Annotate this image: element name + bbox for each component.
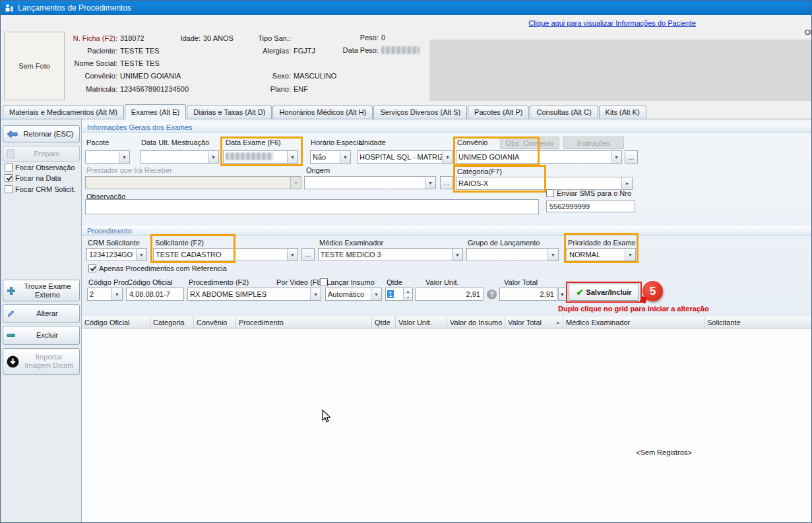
- enviar-sms-checkbox[interactable]: Enviar SMS para o Nro: [546, 189, 631, 197]
- peso-label: Peso:: [327, 34, 379, 42]
- tab-materiais[interactable]: Materiais e Medicamentos (Alt M): [3, 106, 124, 119]
- grid-header-cell[interactable]: Código Oficial: [82, 317, 150, 328]
- grid-header-cell[interactable]: Valor Unit.: [396, 317, 447, 328]
- sms-number-input[interactable]: 5562999999: [546, 200, 635, 212]
- help-icon[interactable]: ?: [487, 290, 497, 299]
- data-exame-select[interactable]: ▼: [223, 150, 298, 164]
- apenas-referencia-checkbox[interactable]: Apenas Procedimentos com Referencia: [88, 264, 227, 272]
- idade-value: 30 ANOS: [203, 34, 234, 42]
- solicitante-browse-button[interactable]: ...: [301, 248, 315, 261]
- procedures-grid[interactable]: Código Oficial Categoria Convênio Proced…: [82, 317, 812, 523]
- grupo-lancamento-label: Grupo de Lançamento: [468, 239, 540, 247]
- obs-convenio-button: Obs. Convenio: [500, 137, 559, 149]
- convenio-browse-button[interactable]: ...: [625, 150, 638, 164]
- procedimento-label: Procedimento (F2): [189, 278, 249, 286]
- chevron-down-icon: ▼: [208, 151, 218, 163]
- grid-header: Código Oficial Categoria Convênio Proced…: [82, 317, 812, 328]
- grid-header-cell[interactable]: Valor do Insumo: [447, 317, 505, 328]
- trouxe-exame-externo-button[interactable]: Trouxe Exame Externo: [3, 280, 80, 301]
- matricula-value: 12345678901234500: [120, 85, 189, 93]
- pacote-select[interactable]: ▼: [85, 150, 130, 164]
- convenio-field-label: Convênio: [457, 138, 487, 146]
- grid-empty-message: <Sem Registros>: [636, 448, 692, 456]
- arrow-left-icon: [7, 130, 18, 138]
- patient-notes-area: [429, 40, 812, 101]
- data-exame-label: Data Exame (F6): [226, 138, 281, 146]
- grid-header-cell[interactable]: Procedimento: [236, 317, 372, 328]
- salvar-incluir-label: Salvar/Incluir: [586, 288, 631, 296]
- data-ult-select[interactable]: ▼: [140, 150, 219, 164]
- peso-value: 0: [381, 34, 385, 42]
- chevron-down-icon: ▼: [621, 177, 632, 189]
- medico-examinador-select[interactable]: TESTE MEDICO 3▼: [318, 248, 463, 261]
- codigo-oficial-label: Código Oficial: [127, 278, 172, 286]
- sexo-value: MASCULINO: [294, 72, 336, 80]
- convenio-value: UNIMED GOIANIA: [120, 72, 181, 80]
- codigo-proc-select[interactable]: 2▼: [87, 288, 123, 301]
- codigo-proc-label: Código Proc.: [88, 278, 131, 286]
- tab-strip: Materiais e Medicamentos (Alt M) Exames …: [1, 104, 811, 119]
- grid-header-cell[interactable]: Solicitante: [704, 317, 812, 328]
- valor-total-dropdown-icon[interactable]: ▼: [558, 288, 567, 301]
- grid-header-cell[interactable]: Médico Examinador: [563, 317, 704, 328]
- categoria-select[interactable]: RAIOS-X▼: [456, 177, 633, 190]
- tab-kits[interactable]: Kits (Alt K): [599, 106, 646, 119]
- chevron-down-icon: ▼: [310, 288, 321, 300]
- solicitante-label: Solicitante (F2): [155, 239, 204, 247]
- pencil-icon: [7, 309, 15, 318]
- grid-header-cell[interactable]: Valor Total▲: [505, 317, 563, 328]
- grid-header-cell[interactable]: Qtde: [372, 317, 396, 328]
- tab-consultas[interactable]: Consultas (Alt C): [530, 106, 598, 119]
- valor-unit-label: Valor Unit.: [425, 278, 459, 286]
- focar-na-data-checkbox[interactable]: Focar na Data: [5, 174, 61, 182]
- spin-down-icon[interactable]: ▼: [404, 294, 412, 300]
- valor-unit-input[interactable]: 2,91: [415, 288, 484, 301]
- qtde-stepper[interactable]: 1 ▲▼: [385, 288, 413, 301]
- chevron-down-icon: ▼: [547, 249, 558, 261]
- alergias-value: FGJTJ: [294, 47, 315, 55]
- chevron-down-icon: ▼: [371, 288, 381, 300]
- checkbox-icon: [5, 185, 13, 193]
- focar-observacao-checkbox[interactable]: Focar Observação: [5, 164, 75, 171]
- tab-honorarios[interactable]: Honorários Médicos (Alt H): [272, 106, 373, 119]
- checkbox-checked-icon: [88, 264, 96, 272]
- tab-exames[interactable]: Exames (Alt E): [125, 104, 186, 119]
- grupo-lancamento-select[interactable]: ▼: [466, 248, 559, 261]
- procedimento-select[interactable]: RX ABDOME SIMPLES▼: [187, 288, 321, 301]
- crm-solicitante-label: CRM Solicitante: [88, 239, 140, 247]
- origem-browse-button[interactable]: ...: [440, 176, 453, 189]
- preparo-label: Preparo: [18, 150, 76, 158]
- valor-total-input[interactable]: 2,91: [499, 288, 557, 301]
- excluir-button[interactable]: Excluir: [3, 326, 80, 345]
- alterar-button[interactable]: Alterar: [3, 304, 80, 323]
- tab-servicos[interactable]: Serviços Diversos (Alt S): [373, 106, 467, 119]
- ficha-label: N. Ficha (F2):: [57, 34, 117, 42]
- unidade-select[interactable]: HOSPITAL SQL - MATRIZ▼: [357, 150, 453, 164]
- focar-crm-checkbox[interactable]: Focar CRM Solicit.: [5, 185, 76, 193]
- lancar-insumo-select[interactable]: Automático▼: [325, 288, 382, 301]
- step-badge: 5: [642, 281, 663, 301]
- tab-pacotes[interactable]: Pacotes (Alt P): [468, 106, 529, 119]
- horario-especial-select[interactable]: Não▼: [310, 150, 351, 164]
- patient-info-link[interactable]: Clique aqui para visualizar Informações …: [528, 19, 696, 27]
- grid-header-cell[interactable]: Convênio: [194, 317, 236, 328]
- salvar-incluir-button[interactable]: ✔ Salvar/Incluir: [569, 284, 639, 301]
- spin-up-icon[interactable]: ▲: [404, 288, 412, 294]
- nome-social-label: Nome Social:: [57, 59, 117, 67]
- prioridade-label: Prioridade do Exame: [568, 239, 636, 247]
- grid-header-cell[interactable]: Categoria: [150, 317, 194, 328]
- origem-select[interactable]: ▼: [304, 176, 436, 189]
- apenas-referencia-label: Apenas Procedimentos com Referencia: [99, 264, 227, 272]
- tab-diarias[interactable]: Diárias e Taxas (Alt D): [187, 106, 272, 119]
- codigo-oficial-input[interactable]: 4.08.08.01-7: [126, 288, 184, 301]
- unidade-label: Unidade: [359, 138, 386, 146]
- pacote-label: Pacote: [86, 138, 109, 146]
- chevron-down-icon: ▼: [111, 288, 122, 300]
- convenio-select[interactable]: UNIMED GOIANIA▼: [456, 150, 622, 164]
- prioridade-select[interactable]: NORMAL▼: [567, 248, 636, 261]
- solicitante-select[interactable]: TESTE CADASTRO▼: [153, 248, 298, 261]
- crm-solicitante-select[interactable]: 12341234GO▼: [86, 248, 147, 261]
- retornar-button[interactable]: Retornar (ESC): [3, 125, 80, 142]
- sexo-label: Sexo:: [235, 72, 291, 80]
- observacao-input[interactable]: [85, 199, 539, 214]
